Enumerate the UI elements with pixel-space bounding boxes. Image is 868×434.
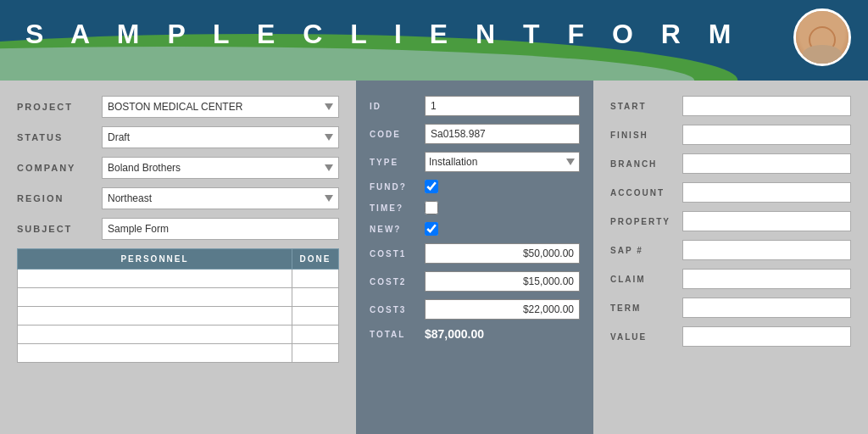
finish-input[interactable]	[682, 125, 851, 145]
total-label: TOTAL	[370, 330, 425, 339]
start-label: START	[610, 102, 682, 111]
fund-checkbox[interactable]	[425, 180, 438, 193]
table-row	[18, 288, 339, 307]
code-input[interactable]	[425, 124, 580, 144]
avatar	[793, 8, 851, 66]
claim-label: CLAIM	[610, 275, 682, 284]
property-row: PROPERTY	[610, 211, 851, 231]
new-checkbox[interactable]	[425, 222, 438, 236]
project-label: PROJECT	[17, 102, 102, 112]
total-value: $87,000.00	[425, 327, 484, 341]
claim-input[interactable]	[682, 269, 851, 289]
project-row: PROJECT BOSTON MEDICAL CENTER	[17, 96, 339, 118]
new-label: NEW?	[370, 225, 425, 234]
new-row: NEW?	[370, 222, 580, 236]
subject-label: SUBJECT	[17, 224, 102, 234]
sap-input[interactable]	[682, 240, 851, 260]
middle-panel: ID CODE TYPE Installation FUND? TIME? NE…	[356, 81, 593, 434]
start-row: START	[610, 96, 851, 116]
left-panel: PROJECT BOSTON MEDICAL CENTER STATUS Dra…	[0, 81, 356, 434]
id-label: ID	[370, 102, 425, 111]
company-select[interactable]: Boland Brothers	[102, 157, 339, 179]
cost3-input[interactable]	[425, 299, 580, 320]
subject-input[interactable]	[102, 218, 339, 240]
account-input[interactable]	[682, 182, 851, 203]
type-row: TYPE Installation	[370, 152, 580, 172]
cost1-row: COST1	[370, 243, 580, 264]
table-row	[18, 270, 339, 288]
term-label: TERM	[610, 303, 682, 313]
page-title: S A M P L E C L I E N T F O R M	[25, 19, 741, 50]
total-row: TOTAL $87,000.00	[370, 327, 580, 341]
term-input[interactable]	[682, 298, 851, 318]
cost3-label: COST3	[370, 305, 425, 314]
start-input[interactable]	[682, 96, 851, 116]
finish-label: FINISH	[610, 131, 682, 140]
main-content: PROJECT BOSTON MEDICAL CENTER STATUS Dra…	[0, 81, 868, 434]
id-input[interactable]	[425, 96, 580, 116]
subject-row: SUBJECT	[17, 218, 339, 240]
table-row	[18, 326, 339, 344]
value-row: VALUE	[610, 326, 851, 347]
code-row: CODE	[370, 124, 580, 144]
table-row	[18, 307, 339, 326]
project-select[interactable]: BOSTON MEDICAL CENTER	[102, 96, 339, 118]
personnel-table: PERSONNEL DONE	[17, 248, 339, 363]
account-label: ACCOUNT	[610, 188, 682, 198]
fund-row: FUND?	[370, 180, 580, 193]
sap-row: SAP #	[610, 240, 851, 260]
id-row: ID	[370, 96, 580, 116]
property-input[interactable]	[682, 211, 851, 231]
code-label: CODE	[370, 130, 425, 139]
region-row: REGION Northeast	[17, 187, 339, 209]
type-select[interactable]: Installation	[425, 152, 580, 172]
value-input[interactable]	[682, 326, 851, 347]
region-select[interactable]: Northeast	[102, 187, 339, 209]
status-label: STATUS	[17, 132, 102, 142]
value-label: VALUE	[610, 332, 682, 342]
company-row: COMPANY Boland Brothers	[17, 157, 339, 179]
time-checkbox[interactable]	[425, 201, 438, 214]
time-label: TIME?	[370, 203, 425, 213]
type-label: TYPE	[370, 158, 425, 167]
branch-row: BRANCH	[610, 153, 851, 174]
property-label: PROPERTY	[610, 217, 682, 226]
claim-row: CLAIM	[610, 269, 851, 289]
account-row: ACCOUNT	[610, 182, 851, 203]
finish-row: FINISH	[610, 125, 851, 145]
done-header: DONE	[292, 249, 339, 270]
cost1-label: COST1	[370, 249, 425, 259]
avatar-face	[796, 11, 849, 64]
cost2-row: COST2	[370, 271, 580, 292]
region-label: REGION	[17, 193, 102, 203]
table-row	[18, 344, 339, 363]
cost3-row: COST3	[370, 299, 580, 320]
branch-label: BRANCH	[610, 159, 682, 169]
time-row: TIME?	[370, 201, 580, 214]
wave-blue	[0, 47, 868, 81]
branch-input[interactable]	[682, 153, 851, 174]
status-select[interactable]: Draft	[102, 126, 339, 148]
company-label: COMPANY	[17, 163, 102, 173]
cost2-label: COST2	[370, 277, 425, 287]
status-row: STATUS Draft	[17, 126, 339, 148]
cost1-input[interactable]	[425, 243, 580, 264]
header: S A M P L E C L I E N T F O R M	[0, 0, 868, 81]
personnel-header: PERSONNEL	[18, 249, 292, 270]
fund-label: FUND?	[370, 182, 425, 192]
right-panel: START FINISH BRANCH ACCOUNT PROPERTY SAP…	[593, 81, 868, 434]
sap-label: SAP #	[610, 246, 682, 255]
term-row: TERM	[610, 298, 851, 318]
cost2-input[interactable]	[425, 271, 580, 292]
